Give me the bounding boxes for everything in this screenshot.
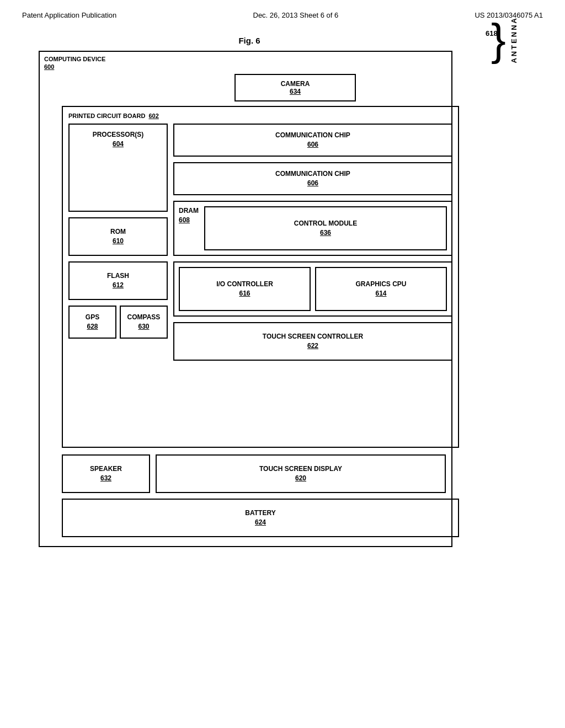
io-graphics-row: I/O CONTROLLER 616 GRAPHICS CPU 614 (173, 261, 452, 317)
camera-box: CAMERA 634 (234, 74, 356, 101)
speaker-box: SPEAKER 632 (62, 454, 150, 493)
battery-row: BATTERY 624 (62, 499, 446, 537)
antenna-number: 618 (486, 29, 498, 38)
computing-device-number: 600 (44, 63, 54, 70)
computing-device-label: COMPUTING DEVICE 600 (44, 55, 105, 71)
touch-screen-controller-box: TOUCH SCREEN CONTROLLER 622 (173, 322, 452, 361)
gps-compass-container: GPS 628 COMPASS 630 (68, 306, 168, 339)
page: Patent Application Publication Dec. 26, … (0, 0, 565, 728)
flash-box: FLASH 612 (68, 261, 168, 300)
graphics-cpu-box: GRAPHICS CPU 614 (315, 267, 447, 311)
control-module-number: 636 (320, 228, 331, 238)
comm-chip-2-number: 606 (307, 179, 318, 188)
control-module-box: CONTROL MODULE 636 (204, 206, 447, 250)
comm-chip-2-box: COMMUNICATION CHIP 606 (173, 162, 452, 195)
patent-header: Patent Application Publication Dec. 26, … (22, 11, 543, 19)
touch-screen-controller-number: 622 (307, 341, 318, 351)
header-center: Dec. 26, 2013 Sheet 6 of 6 (253, 11, 339, 19)
diagram-main: COMPUTING DEVICE 600 CAMERA 634 PRINTED … (39, 51, 491, 547)
pcb-number: 602 (148, 113, 158, 119)
rom-box: ROM 610 (68, 217, 168, 256)
figure-title: Fig. 6 (22, 36, 477, 45)
pcb-box: PRINTED CIRCUIT BOARD 602 PROCESSOR(S) 6… (62, 106, 459, 448)
compass-number: 630 (138, 322, 149, 331)
pcb-right: COMMUNICATION CHIP 606 COMMUNICATION CHI… (173, 124, 452, 361)
dram-label: DRAM 608 (179, 206, 199, 225)
pcb-left: PROCESSOR(S) 604 ROM 610 FLASH (68, 124, 168, 361)
antenna-label: ANTENNA (510, 17, 518, 63)
comm-chip-1-box: COMMUNICATION CHIP 606 (173, 124, 452, 157)
dram-control-row: DRAM 608 CONTROL MODULE 636 (173, 201, 452, 256)
computing-device-box: COMPUTING DEVICE 600 CAMERA 634 PRINTED … (39, 51, 452, 547)
pcb-inner: PROCESSOR(S) 604 ROM 610 FLASH (68, 124, 452, 361)
gps-box: GPS 628 (68, 306, 116, 339)
camera-number: 634 (290, 88, 301, 95)
comm-chip-1-number: 606 (307, 140, 318, 149)
rom-number: 610 (113, 237, 124, 246)
processor-box: PROCESSOR(S) 604 (68, 124, 168, 212)
processor-number: 604 (113, 140, 124, 149)
battery-number: 624 (255, 518, 266, 527)
dram-number: 608 (179, 216, 190, 225)
battery-box: BATTERY 624 (62, 499, 459, 537)
diagram-area: COMPUTING DEVICE 600 CAMERA 634 PRINTED … (39, 51, 543, 547)
antenna-bracket: } (491, 18, 506, 62)
compass-box: COMPASS 630 (120, 306, 168, 339)
touch-screen-display-number: 620 (295, 474, 306, 483)
speaker-number: 632 (100, 474, 111, 483)
graphics-cpu-number: 614 (375, 289, 386, 298)
flash-number: 612 (113, 281, 124, 290)
header-left: Patent Application Publication (22, 11, 116, 19)
touch-screen-display-box: TOUCH SCREEN DISPLAY 620 (156, 454, 446, 493)
gps-number: 628 (87, 322, 98, 331)
pcb-label: PRINTED CIRCUIT BOARD 602 (68, 113, 452, 119)
io-controller-number: 616 (239, 289, 250, 298)
io-controller-box: I/O CONTROLLER 616 (179, 267, 311, 311)
speaker-touch-row: SPEAKER 632 TOUCH SCREEN DISPLAY 620 (62, 454, 446, 493)
